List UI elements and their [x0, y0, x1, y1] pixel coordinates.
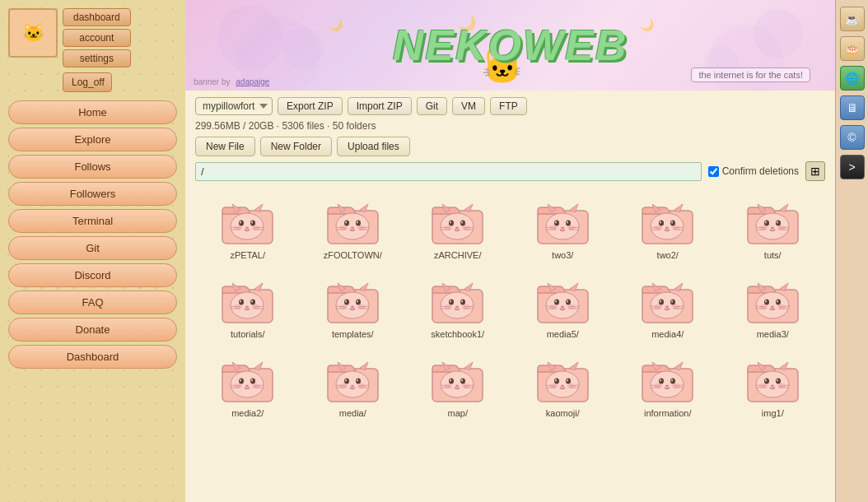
file-item[interactable]: media/ [305, 351, 402, 422]
file-name: information/ [644, 408, 691, 418]
svg-point-246 [450, 379, 451, 382]
file-item[interactable]: information/ [619, 351, 716, 422]
file-item[interactable]: zARCHIVE/ [409, 193, 506, 264]
main-content: 🌙 🌙 🌙 🐱 NEKOWEB banner by adapaige the i… [185, 0, 835, 502]
svg-point-281 [671, 379, 673, 382]
terminal-button[interactable]: > [840, 155, 865, 179]
file-item[interactable]: map/ [409, 351, 506, 422]
svg-point-299 [771, 385, 774, 388]
svg-point-75 [670, 221, 675, 226]
sidebar-item-terminal[interactable]: Terminal [8, 209, 177, 233]
sidebar-item-git[interactable]: Git [8, 236, 177, 260]
svg-point-145 [461, 300, 463, 303]
file-name: kaomoji/ [546, 408, 580, 418]
svg-point-60 [567, 221, 568, 224]
svg-point-197 [771, 306, 774, 309]
sidebar-item-followers[interactable]: Followers [8, 182, 177, 206]
cake-button[interactable]: 🎂 [840, 36, 865, 61]
globe-button[interactable]: 🌐 [840, 66, 865, 91]
svg-point-278 [659, 379, 664, 384]
file-item[interactable]: media2/ [199, 351, 296, 422]
dashboard-link[interactable]: dashboard [63, 8, 131, 26]
file-item[interactable]: media5/ [515, 272, 612, 343]
account-link[interactable]: account [63, 29, 131, 47]
sidebar-item-explore[interactable]: Explore [8, 128, 177, 151]
folder-icon [431, 356, 484, 405]
new-file-button[interactable]: New File [195, 137, 255, 156]
file-info: 299.56MB / 20GB · 5306 files · 50 folder… [195, 120, 825, 132]
copyright-button[interactable]: © [840, 125, 865, 150]
grid-view-button[interactable]: ⊞ [805, 161, 825, 181]
svg-point-112 [245, 306, 249, 309]
svg-point-7 [250, 221, 255, 226]
file-manager: mypillowfort Export ZIP Import ZIP Git V… [185, 91, 835, 502]
confirm-deletions-label: Confirm deletions [708, 165, 799, 177]
file-name: zPETAL/ [230, 250, 265, 260]
file-item[interactable]: tutorials/ [199, 272, 296, 343]
svg-point-194 [776, 300, 781, 305]
svg-point-244 [449, 379, 454, 384]
folder-icon [221, 198, 274, 247]
folder-icon [641, 356, 694, 405]
file-item[interactable]: two3/ [515, 193, 612, 264]
file-item[interactable]: templates/ [305, 272, 402, 343]
file-item[interactable]: kaomoji/ [515, 351, 612, 422]
svg-point-61 [561, 227, 564, 230]
svg-point-57 [554, 221, 559, 226]
sidebar-item-follows[interactable]: Follows [8, 155, 177, 179]
file-item[interactable]: tuts/ [725, 193, 822, 264]
sidebar-item-donate[interactable]: Donate [8, 318, 177, 342]
svg-point-91 [764, 221, 769, 226]
import-zip-button[interactable]: Import ZIP [348, 97, 412, 115]
screen-button[interactable]: 🖥 [840, 95, 865, 120]
svg-point-261 [554, 379, 559, 384]
svg-point-245 [460, 379, 465, 384]
new-folder-button[interactable]: New Folder [260, 137, 332, 156]
svg-point-126 [356, 300, 361, 305]
git-button[interactable]: Git [417, 97, 447, 115]
file-item[interactable]: media3/ [725, 272, 822, 343]
folder-icon [746, 198, 800, 247]
upload-files-button[interactable]: Upload files [337, 137, 410, 156]
site-selector[interactable]: mypillowfort [195, 97, 273, 115]
sidebar-item-dashboard[interactable]: Dashboard [8, 345, 177, 369]
svg-point-8 [240, 221, 241, 224]
banner-credit-link[interactable]: adapaige [236, 77, 269, 86]
logout-button[interactable]: Log_off [63, 72, 112, 92]
file-name: media3/ [757, 329, 789, 339]
svg-point-59 [555, 221, 557, 224]
folder-icon [536, 198, 590, 247]
sidebar-item-faq[interactable]: FAQ [8, 291, 177, 314]
confirm-deletions-checkbox[interactable] [708, 166, 719, 177]
folder-icon [431, 277, 484, 326]
svg-point-93 [765, 221, 767, 224]
ftp-button[interactable]: FTP [490, 97, 527, 115]
file-name: zFOOLTOWN/ [324, 250, 382, 260]
file-item[interactable]: media4/ [619, 272, 716, 343]
file-name: tutorials/ [231, 329, 265, 339]
svg-point-180 [665, 306, 669, 309]
coffee-button[interactable]: ☕ [840, 7, 865, 31]
file-item[interactable]: sketchbook1/ [409, 272, 506, 343]
svg-point-23 [344, 221, 349, 226]
sidebar-item-discord[interactable]: Discord [8, 263, 177, 287]
svg-point-40 [449, 221, 454, 226]
settings-link[interactable]: settings [63, 49, 131, 67]
sidebar-item-home[interactable]: Home [8, 100, 177, 124]
export-zip-button[interactable]: Export ZIP [278, 97, 343, 115]
svg-point-296 [776, 379, 781, 384]
file-item[interactable]: two2/ [619, 193, 716, 264]
svg-point-74 [659, 221, 664, 226]
svg-point-125 [344, 300, 349, 305]
vm-button[interactable]: VM [452, 97, 485, 115]
svg-point-94 [777, 221, 778, 224]
svg-point-295 [764, 379, 769, 384]
svg-point-26 [357, 221, 358, 224]
file-item[interactable]: img1/ [725, 351, 822, 422]
banner-credit: banner by adapaige [194, 77, 269, 86]
right-panel: ☕ 🎂 🌐 🖥 © > [835, 0, 868, 502]
file-item[interactable]: zFOOLTOWN/ [305, 193, 402, 264]
svg-point-24 [356, 221, 361, 226]
file-item[interactable]: zPETAL/ [199, 193, 296, 264]
path-input[interactable] [195, 162, 702, 181]
